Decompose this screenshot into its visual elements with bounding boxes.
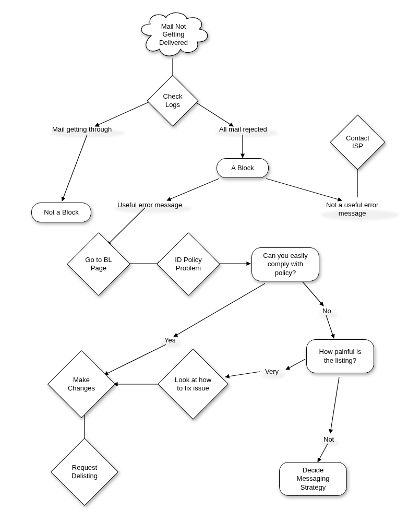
decide-strategy-label: Decide Messaging Strategy [297,466,330,492]
svg-line-6 [266,179,342,200]
edge-label-very: Very [265,367,279,376]
request-delisting-decision: Request Delisting [61,448,109,496]
svg-line-1 [95,100,153,126]
look-fix-decision: Look at how to fix issue [168,359,218,409]
svg-line-14 [225,372,260,377]
svg-line-11 [303,282,323,306]
not-a-block-label: Not a Block [44,208,78,217]
decide-strategy-node: Decide Messaging Strategy [279,462,347,496]
svg-line-2 [62,135,87,201]
contact-isp-decision: Contact ISP [338,123,377,162]
id-policy-label: ID Policy Problem [165,256,212,272]
make-changes-label: Make Changes [58,376,105,392]
svg-line-3 [193,100,233,126]
edge-label-all-rejected: All mail rejected [219,125,267,134]
a-block-label: A Block [231,164,254,172]
go-to-bl-decision: Go to BL Page [76,242,121,287]
edge-label-not-useful-error: Not a useful error message [326,201,378,217]
check-logs-decision: Check Logs [154,82,191,119]
edge-label-no: No [322,307,331,315]
svg-line-16 [330,377,339,433]
request-delisting-label: Request Delisting [61,464,108,480]
id-policy-decision: ID Policy Problem [166,242,211,287]
look-fix-label: Look at how to fix issue [167,376,219,392]
start-node-cloud: Mail Not Getting Delivered [136,9,211,59]
check-logs-label: Check Logs [163,92,183,109]
edge-label-yes: Yes [164,336,175,345]
svg-line-12 [326,315,334,338]
edge-label-not: Not [323,435,334,444]
contact-isp-label: Contact ISP [346,134,369,150]
can-comply-node: Can you easily comply with policy? [251,247,319,281]
edge-label-mail-through: Mail getting through [52,125,112,134]
can-comply-label: Can you easily comply with policy? [263,252,307,277]
make-changes-decision: Make Changes [57,360,105,408]
start-node-label: Mail Not Getting Delivered [142,22,205,46]
svg-line-13 [286,359,305,370]
how-painful-node: How painful is the listing? [306,339,374,373]
go-to-bl-label: Go to BL Page [75,256,122,272]
not-a-block-node: Not a Block [31,203,91,222]
edge-label-useful-error: Useful error message [117,201,182,209]
a-block-node: A Block [217,158,269,178]
how-painful-label: How painful is the listing? [319,348,362,365]
svg-line-5 [167,179,219,200]
